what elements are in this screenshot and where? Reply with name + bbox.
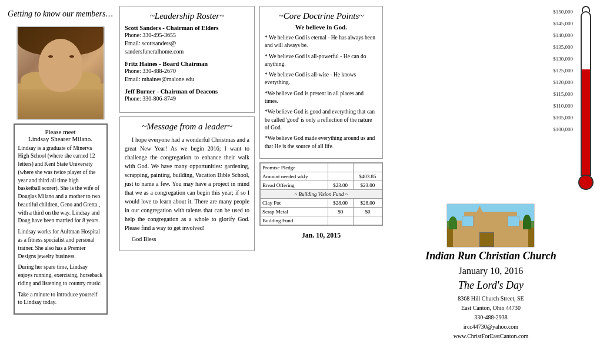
church-email: ircc44730@yahoo.com xyxy=(454,322,529,332)
thermo-label-8: $115,000 xyxy=(554,88,573,100)
thermo-label-10: $105,000 xyxy=(553,112,573,123)
leader-fritz-phone: Phone: 330-488-2670 xyxy=(125,67,249,75)
thermo-label-11: $100,000 xyxy=(553,123,573,135)
doctrine-point-2: * We believe God is all-powerful - He ca… xyxy=(265,53,378,69)
table-claypot-label: Clay Pot xyxy=(261,198,328,207)
table-building-col1 xyxy=(328,216,353,225)
thermo-label-3: $140,000 xyxy=(553,29,573,41)
table-scrap-col2: $0 xyxy=(353,207,382,216)
leader-fritz: Fritz Haines - Board Chairman Phone: 330… xyxy=(125,61,249,84)
leader-jeff-phone: Phone: 330-806-8749 xyxy=(125,95,249,103)
leader-scott: Scott Sanders - Chairman of Elders Phone… xyxy=(125,25,249,56)
member-column: Getting to know our members… Please meet… xyxy=(6,6,115,358)
message-body: I hope everyone had a wonderful Christma… xyxy=(125,135,249,243)
member-photo xyxy=(16,26,105,120)
table-bread-col2: $23.00 xyxy=(353,181,382,189)
finance-date: Jan. 10, 2015 xyxy=(259,229,383,242)
church-column: $150,000 $145,000 $140,000 $135,000 $130… xyxy=(388,6,594,358)
thermo-label-7: $120,000 xyxy=(553,76,573,88)
thermo-label-6: $125,000 xyxy=(553,65,573,76)
leader-scott-phone: Phone: 330-495-3655 xyxy=(125,31,249,39)
doctrine-point-3: * We believe God is all-wise - He knows … xyxy=(265,71,378,87)
table-claypot-col1: $28.00 xyxy=(328,198,353,207)
thermo-bulb xyxy=(578,175,594,190)
table-amount-label: Amount needed wkly xyxy=(261,172,328,181)
church-photo xyxy=(446,203,535,248)
message-box: ~Message from a leader~ I hope everyone … xyxy=(119,116,255,251)
message-title: ~Message from a leader~ xyxy=(125,122,249,132)
leadership-title: ~Leadership Roster~ xyxy=(125,11,249,21)
table-promise-label: Promise Pledge xyxy=(261,163,328,172)
leader-jeff: Jeff Burner - Chairman of Deacons Phone:… xyxy=(125,88,249,103)
church-date: January 10, 2016 xyxy=(459,265,524,278)
thermo-label-5: $130,000 xyxy=(553,53,573,65)
table-bread-label: Bread Offering xyxy=(261,181,328,189)
doctrine-point-1: * We believe God is eternal - He has alw… xyxy=(265,34,378,50)
thermometer xyxy=(578,6,594,194)
table-amount-col2: $403.85 xyxy=(353,172,382,181)
leadership-column: ~Leadership Roster~ Scott Sanders - Chai… xyxy=(119,6,255,358)
member-biography: Lindsay is a graduate of Minerva High Sc… xyxy=(18,145,103,308)
finance-table: Promise Pledge Amount needed wkly $403.8… xyxy=(259,162,383,226)
church-address: 8368 Hill Church Street, SE East Canton,… xyxy=(454,294,529,341)
thermo-label-2: $145,000 xyxy=(553,18,573,29)
church-address-1: 8368 Hill Church Street, SE xyxy=(454,294,529,303)
table-bread-col1: $23.00 xyxy=(328,181,353,189)
church-website: www.ChristForEastCanton.com xyxy=(454,332,529,341)
table-building-label: Building Fund xyxy=(261,216,328,225)
table-scrap-label: Scrap Metal xyxy=(261,207,328,216)
thermo-label-4: $135,000 xyxy=(553,41,573,53)
leader-fritz-name: Fritz Haines - Board Chairman xyxy=(125,61,249,67)
table-promise-col2 xyxy=(353,163,382,172)
church-phone: 330-488-2938 xyxy=(454,313,529,322)
member-info-box: Please meet Lindsay Shearer Milano. Lind… xyxy=(14,123,108,315)
leader-scott-email: Email: scottsanders@ xyxy=(125,39,249,48)
doctrine-point-4: *We believe God is present in all places… xyxy=(265,90,378,106)
thermometer-labels: $150,000 $145,000 $140,000 $135,000 $130… xyxy=(553,6,573,135)
table-amount-col1 xyxy=(328,172,353,181)
doctrine-point-6: *We believe God made everything around u… xyxy=(265,135,378,151)
table-scrap-col1: $0 xyxy=(328,207,353,216)
leader-fritz-email: Email: mhaines@malone.edu xyxy=(125,75,249,84)
church-lords-day: The Lord's Day xyxy=(458,279,524,292)
member-please-meet: Please meet Lindsay Shearer Milano. xyxy=(18,128,103,142)
doctrine-subtitle: We believe in God. xyxy=(265,24,378,31)
member-header: Getting to know our members… xyxy=(8,6,113,22)
thermo-label-1: $150,000 xyxy=(553,6,573,18)
table-claypot-col2: $28.00 xyxy=(353,198,382,207)
church-info: Indian Run Christian Church January 10, … xyxy=(425,203,556,341)
thermo-label-9: $110,000 xyxy=(554,100,573,112)
page: Getting to know our members… Please meet… xyxy=(0,0,600,364)
doctrine-point-5: *We believe God is good and everything t… xyxy=(265,108,378,132)
leader-jeff-name: Jeff Burner - Chairman of Deacons xyxy=(125,88,249,95)
thermo-tube xyxy=(581,11,591,176)
church-name: Indian Run Christian Church xyxy=(425,250,556,263)
leadership-box: ~Leadership Roster~ Scott Sanders - Chai… xyxy=(119,6,255,113)
table-building-col2 xyxy=(353,216,382,225)
doctrine-title: ~Core Doctrine Points~ xyxy=(265,11,378,21)
leader-scott-email2: sandersfuneralhome.com xyxy=(125,48,249,56)
doctrine-column: ~Core Doctrine Points~ We believe in God… xyxy=(259,6,383,358)
church-address-2: East Canton, Ohio 44730 xyxy=(454,303,529,313)
table-promise-col1 xyxy=(328,163,353,172)
doctrine-box: ~Core Doctrine Points~ We believe in God… xyxy=(259,6,383,159)
thermometer-area: $150,000 $145,000 $140,000 $135,000 $130… xyxy=(388,6,594,194)
thermo-fill xyxy=(582,69,590,175)
leader-scott-name: Scott Sanders - Chairman of Elders xyxy=(125,25,249,31)
table-fund-header: ~ Building Vision Fund ~ xyxy=(261,189,382,198)
